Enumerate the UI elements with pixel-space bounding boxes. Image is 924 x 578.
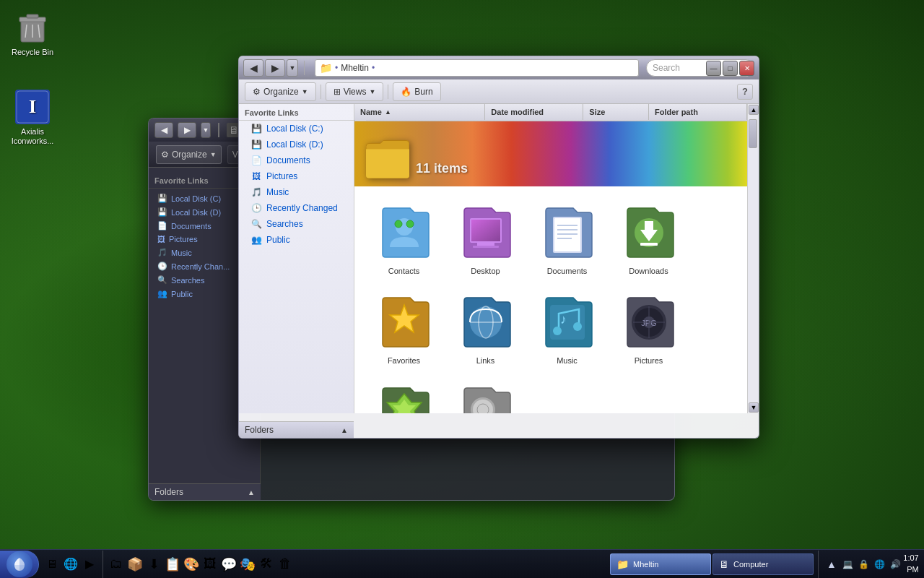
col-header-size[interactable]: Size <box>583 104 649 120</box>
address-bar[interactable]: 📁 • Mheltin • <box>315 59 639 77</box>
searches-icon: 🔍 <box>250 218 262 230</box>
tray-icon-time-display[interactable]: 1:07 PM <box>904 557 918 571</box>
back-button[interactable]: ◀ <box>243 59 263 77</box>
sidebar-item-public[interactable]: 👥 Public <box>239 232 354 248</box>
sidebar-local-c-label: Local Disk (C:) <box>266 124 323 134</box>
start-button[interactable] <box>0 551 39 578</box>
icon-links[interactable]: Links <box>448 288 523 371</box>
taskbar-computer-btn[interactable]: 🖥 Computer <box>712 553 814 575</box>
folder-banner: 11 items <box>354 121 747 186</box>
bg-music-label: Music <box>171 249 192 257</box>
column-headers: Name ▲ Date modified Size Folder path <box>354 104 747 121</box>
system-clock: 1:07 PM <box>900 553 921 575</box>
task-icon-9[interactable]: 🛠 <box>258 556 275 573</box>
mheltin-window: ◀ ▶ ▼ 📁 • Mheltin • Search — □ ✕ <box>238 56 759 439</box>
col-name-label: Name <box>360 108 382 116</box>
bg-pics-icon: 🖼 <box>157 235 165 243</box>
icon-pictures[interactable]: JPG Pictures <box>611 288 687 371</box>
tray-icon-2[interactable]: 🔒 <box>856 557 871 571</box>
sidebar-item-documents[interactable]: 📄 Documents <box>239 152 354 168</box>
icon-contacts[interactable]: Contacts <box>366 198 442 282</box>
icon-favorites[interactable]: Favorites <box>366 288 442 371</box>
bg-back-btn[interactable]: ◀ <box>154 122 173 138</box>
bg-recent-label: Recently Chan... <box>171 262 230 271</box>
axialis-label: Axialis Iconworks... <box>10 127 55 146</box>
bg-folders-section[interactable]: Folders ▲ <box>149 483 261 499</box>
recycle-bin-image <box>15 10 50 45</box>
taskbar-mheltin-label: Mheltin <box>633 560 658 569</box>
burn-button[interactable]: 🔥 Burn <box>393 82 440 101</box>
task-icon-1[interactable]: 🗂 <box>108 556 125 573</box>
organize-label: Organize <box>263 87 299 97</box>
icon-documents[interactable]: Documents <box>529 198 605 282</box>
bg-music-icon: 🎵 <box>157 248 167 257</box>
task-icon-3[interactable]: ⬇ <box>145 556 162 573</box>
minimize-button[interactable]: — <box>706 61 721 76</box>
tray-icon-1[interactable]: 💻 <box>840 557 855 571</box>
taskbar-mheltin-btn[interactable]: 📁 Mheltin <box>610 553 711 575</box>
nav-dropdown-button[interactable]: ▼ <box>287 59 298 77</box>
help-button[interactable]: ? <box>737 84 753 100</box>
axialis-image: I <box>15 90 50 124</box>
bg-forward-btn[interactable]: ▶ <box>178 122 196 138</box>
icon-grid: Contacts <box>354 186 747 413</box>
forward-button[interactable]: ▶ <box>265 59 285 77</box>
scrollbar[interactable]: ▲ ▼ <box>747 104 759 413</box>
local-c-icon: 💾 <box>250 123 262 134</box>
recycle-bin-icon[interactable]: Recycle Bin <box>7 7 58 60</box>
music-label: Music <box>557 355 578 366</box>
mheltin-titlebar: ◀ ▶ ▼ 📁 • Mheltin • Search — □ ✕ <box>239 56 759 79</box>
address-title: Mheltin <box>341 63 369 73</box>
svg-text:♪: ♪ <box>560 312 567 327</box>
tray-icon-3[interactable]: 🌐 <box>872 557 886 571</box>
sidebar-item-pictures[interactable]: 🖼 Pictures <box>239 168 354 184</box>
downloads-icon-box <box>620 204 678 262</box>
bg-organize-btn[interactable]: ⚙ Organize ▼ <box>156 145 222 164</box>
scroll-thumb[interactable] <box>749 119 757 148</box>
toolbar-separator-1 <box>321 85 321 99</box>
contacts-label: Contacts <box>388 266 419 276</box>
task-icon-10[interactable]: 🗑 <box>276 556 294 573</box>
sidebar-item-recently-changed[interactable]: 🕒 Recently Changed <box>239 200 354 216</box>
task-icon-4[interactable]: 📋 <box>164 556 181 573</box>
task-icon-8[interactable]: 🎭 <box>239 556 256 573</box>
task-icon-5[interactable]: 🎨 <box>183 556 200 573</box>
col-header-date[interactable]: Date modified <box>485 104 583 120</box>
scroll-down-btn[interactable]: ▼ <box>749 402 759 413</box>
sidebar-item-searches[interactable]: 🔍 Searches <box>239 216 354 232</box>
toolbar-separator-2 <box>388 85 388 99</box>
sidebar-item-local-c[interactable]: 💾 Local Disk (C:) <box>239 121 354 137</box>
axialis-icon[interactable]: I Axialis Iconworks... <box>7 87 58 149</box>
task-icon-6[interactable]: 🖼 <box>201 556 219 573</box>
scroll-up-btn[interactable]: ▲ <box>749 105 759 115</box>
tray-icons: ▲ 💻 🔒 🌐 🔊 1:07 PM <box>824 557 918 571</box>
views-button[interactable]: ⊞ Views ▼ <box>326 82 384 101</box>
maximize-button[interactable]: □ <box>723 61 738 76</box>
task-icons: 🗂 📦 ⬇ 📋 🎨 🖼 💬 🎭 🛠 🗑 <box>108 556 294 573</box>
icon-desktop[interactable]: Desktop <box>448 198 523 282</box>
organize-button[interactable]: ⚙ Organize ▼ <box>245 82 316 101</box>
taskbar: 🖥 🌐 ▶ 🗂 📦 ⬇ 📋 🎨 🖼 💬 🎭 🛠 🗑 📁 <box>0 549 924 578</box>
quick-arrow-btn[interactable]: ▶ <box>81 556 98 573</box>
close-button[interactable]: ✕ <box>739 61 754 76</box>
sidebar-item-local-d[interactable]: 💾 Local Disk (D:) <box>239 137 354 152</box>
col-header-folder-path[interactable]: Folder path <box>649 104 747 120</box>
quick-show-desktop-btn[interactable]: 🖥 <box>43 556 61 573</box>
sidebar-item-music[interactable]: 🎵 Music <box>239 184 354 200</box>
col-header-name[interactable]: Name ▲ <box>354 104 485 120</box>
icon-searches[interactable]: Searches <box>448 378 523 413</box>
tray-icon-up-arrow[interactable]: ▲ <box>824 557 839 571</box>
pictures-icon: 🖼 <box>250 171 262 182</box>
quick-ie-btn[interactable]: 🌐 <box>62 556 79 573</box>
links-label: Links <box>476 355 495 366</box>
icon-music[interactable]: ♪ Music <box>529 288 605 371</box>
saved-games-icon-box <box>375 384 433 413</box>
icon-saved-games[interactable]: Saved Games <box>366 378 442 413</box>
mheltin-sidebar: Favorite Links 💾 Local Disk (C:) 💾 Local… <box>239 104 354 413</box>
icon-downloads[interactable]: Downloads <box>611 198 687 282</box>
svg-text:I: I <box>29 96 36 117</box>
task-icon-2[interactable]: 📦 <box>126 556 144 573</box>
local-d-icon: 💾 <box>250 139 262 150</box>
bg-dropdown-btn[interactable]: ▼ <box>201 122 211 138</box>
task-icon-7[interactable]: 💬 <box>220 556 237 573</box>
